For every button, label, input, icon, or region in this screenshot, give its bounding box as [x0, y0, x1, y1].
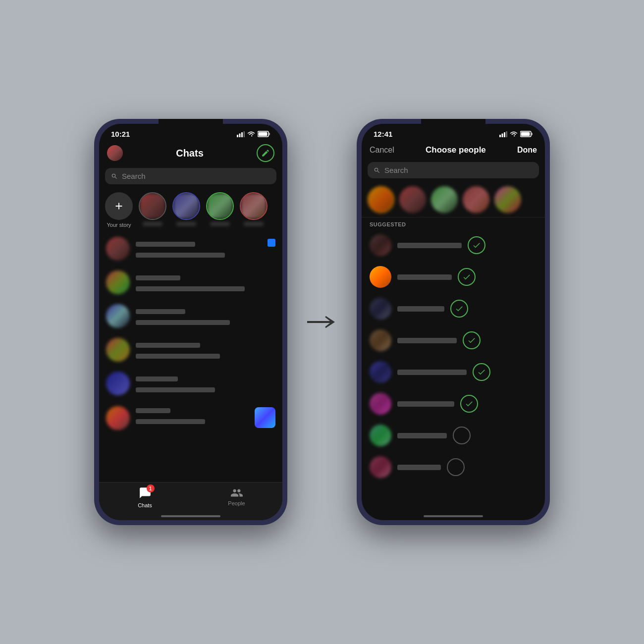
chat-avatar-3: [106, 304, 130, 328]
contact-item-8[interactable]: [362, 451, 545, 483]
tab-people[interactable]: People: [191, 486, 282, 508]
your-story-item[interactable]: Your story: [105, 192, 133, 228]
tab-chats-label: Chats: [138, 502, 152, 508]
phone-2-screen: 12:41 Cancel Choose people Done Search: [362, 124, 545, 520]
compose-button[interactable]: [257, 144, 274, 162]
check-circle-7[interactable]: [453, 427, 471, 444]
search-placeholder-1: Search: [122, 172, 146, 180]
story-3[interactable]: [206, 192, 234, 226]
svg-rect-7: [499, 135, 501, 137]
chat-item-1[interactable]: [99, 232, 282, 266]
chat-avatar-1: [106, 237, 130, 261]
story-name-2: [176, 222, 196, 226]
check-circle-8[interactable]: [447, 458, 465, 476]
chat-name-1: [136, 242, 195, 247]
status-time-2: 12:41: [374, 130, 392, 138]
add-story-button[interactable]: [105, 192, 133, 220]
chats-tab-badge: 1: [147, 484, 155, 492]
checkmark-icon-1: [472, 241, 481, 250]
wifi-icon-2: [510, 131, 518, 137]
status-time-1: 10:21: [111, 130, 130, 138]
chat-name-4: [136, 343, 200, 348]
contact-avatar-7: [370, 425, 391, 446]
suggested-label: SUGGESTED: [362, 217, 545, 229]
done-button[interactable]: Done: [517, 146, 537, 155]
people-icon: [230, 486, 243, 499]
chat-item-5[interactable]: [99, 367, 282, 400]
search-bar-2[interactable]: Search: [368, 162, 539, 178]
contact-avatar-1: [370, 234, 391, 256]
home-indicator-1: [161, 515, 220, 517]
chats-title: Chats: [123, 148, 257, 159]
contact-item-7[interactable]: [362, 420, 545, 451]
story-name-1: [143, 222, 162, 226]
check-circle-6[interactable]: [460, 395, 478, 413]
chat-name-2: [136, 275, 180, 280]
check-circle-1[interactable]: [468, 236, 485, 254]
your-story-label: Your story: [107, 222, 131, 228]
svg-rect-9: [504, 132, 505, 137]
wifi-icon: [247, 131, 255, 137]
svg-rect-8: [502, 133, 503, 137]
chat-name-6: [136, 408, 170, 413]
chat-name-5: [136, 376, 178, 381]
check-circle-5[interactable]: [473, 363, 490, 381]
stories-row: Your story: [99, 188, 282, 232]
plus-icon: [113, 201, 124, 212]
story-img-1: [140, 193, 165, 219]
search-icon-1: [111, 173, 118, 180]
contact-item-3[interactable]: [362, 293, 545, 324]
cancel-button[interactable]: Cancel: [370, 146, 394, 155]
chat-avatar-4: [106, 338, 130, 362]
story-2[interactable]: [172, 192, 200, 226]
story-name-4: [244, 222, 264, 226]
contact-item-2[interactable]: [362, 261, 545, 293]
contact-name-5: [397, 370, 467, 375]
checkmark-icon-4: [467, 336, 476, 345]
status-icons-2: [499, 131, 533, 137]
flow-arrow: [307, 315, 337, 329]
checkmark-icon-2: [462, 272, 471, 281]
chat-info-4: [136, 341, 275, 359]
story-name-3: [210, 222, 230, 226]
contact-avatar-8: [370, 456, 391, 478]
contact-name-1: [397, 243, 462, 248]
chat-badge-blue-1: [268, 239, 275, 247]
chat-info-6: [136, 406, 249, 424]
story-4[interactable]: [240, 192, 268, 226]
chat-item-4[interactable]: [99, 333, 282, 367]
check-circle-4[interactable]: [463, 331, 481, 349]
contact-item-4[interactable]: [362, 324, 545, 356]
choose-header: Cancel Choose people Done: [362, 140, 545, 160]
svg-rect-6: [269, 133, 270, 135]
svg-rect-12: [521, 132, 530, 136]
story-avatar-2: [172, 192, 200, 220]
story-avatar-1: [139, 192, 166, 220]
story-1[interactable]: [139, 192, 166, 226]
notch-1: [159, 119, 223, 133]
contact-item-1[interactable]: [362, 229, 545, 261]
contact-avatar-4: [370, 329, 391, 351]
contact-item-6[interactable]: [362, 388, 545, 420]
user-avatar-img: [107, 145, 123, 161]
chat-image-badge: [255, 407, 275, 428]
chat-name-3: [136, 309, 185, 314]
contact-item-5[interactable]: [362, 356, 545, 388]
contact-name-7: [397, 433, 447, 438]
checkmark-icon-3: [455, 304, 464, 313]
tab-bar-1: 1 Chats People: [99, 482, 282, 520]
user-avatar-small[interactable]: [107, 145, 123, 161]
check-circle-3[interactable]: [450, 300, 468, 318]
check-circle-2[interactable]: [458, 268, 476, 286]
tab-chats[interactable]: 1 Chats: [99, 486, 191, 508]
chat-item-3[interactable]: [99, 299, 282, 333]
chat-info-2: [136, 273, 275, 291]
contact-name-8: [397, 465, 441, 470]
search-bar-1[interactable]: Search: [105, 168, 276, 184]
chat-item-6[interactable]: [99, 400, 282, 435]
chat-preview-1: [136, 250, 275, 258]
phone-1-screen: 10:21 Chats Search: [99, 124, 282, 520]
svg-rect-5: [259, 132, 268, 136]
scroll-avatar-2: [399, 186, 426, 213]
chat-item-2[interactable]: [99, 266, 282, 299]
